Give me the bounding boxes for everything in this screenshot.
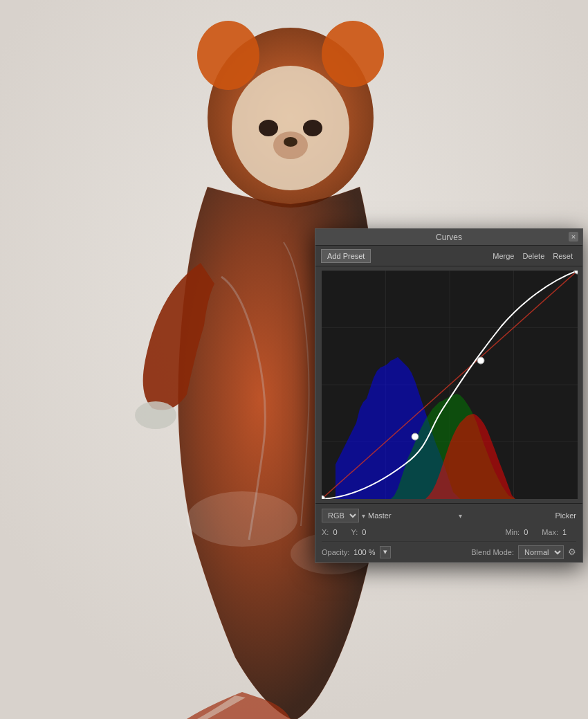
opacity-value: 100 % <box>353 548 375 556</box>
y-label: Y: <box>351 528 358 536</box>
svg-point-6 <box>284 137 297 147</box>
min-value: 0 <box>524 528 538 536</box>
opacity-blend-row: Opacity: 100 % ▾ Blend Mode: Normal ⚙ <box>322 541 576 559</box>
channel-dropdown-arrow: ▾ <box>459 512 462 520</box>
svg-point-7 <box>259 120 278 136</box>
svg-point-4 <box>322 21 384 87</box>
svg-point-11 <box>187 491 297 547</box>
curves-controls: RGB ▾ Master ▾ Picker X: 0 Y: 0 Min: 0 M… <box>315 503 582 562</box>
opacity-dropdown-button[interactable]: ▾ <box>380 546 391 558</box>
y-value: 0 <box>362 528 376 536</box>
svg-point-22 <box>477 357 484 364</box>
max-value: 1 <box>562 528 576 536</box>
reset-button[interactable]: Reset <box>549 251 577 262</box>
x-value: 0 <box>333 528 347 536</box>
blend-mode-label: Blend Mode: <box>471 548 514 556</box>
channel-label: Master <box>368 511 456 520</box>
coords-row: X: 0 Y: 0 Min: 0 Max: 1 <box>322 525 576 540</box>
channel-select-arrow: ▾ <box>362 512 365 520</box>
curves-dialog: Curves × Add Preset Merge Delete Reset <box>315 228 583 563</box>
picker-button[interactable]: Picker <box>555 511 576 520</box>
curves-graph[interactable] <box>322 271 578 499</box>
close-button[interactable]: × <box>569 232 578 242</box>
channel-mode-select[interactable]: RGB <box>322 509 359 522</box>
add-preset-button[interactable]: Add Preset <box>321 249 371 263</box>
x-label: X: <box>322 528 329 536</box>
gear-button[interactable]: ⚙ <box>568 547 576 557</box>
graph-grid <box>322 271 578 499</box>
merge-button[interactable]: Merge <box>488 251 518 262</box>
svg-point-9 <box>135 401 176 429</box>
delete-button[interactable]: Delete <box>518 251 549 262</box>
svg-point-2 <box>232 66 349 190</box>
dialog-titlebar: Curves × <box>315 229 582 246</box>
max-label: Max: <box>542 528 558 536</box>
svg-point-8 <box>303 120 322 136</box>
dialog-title: Curves <box>436 233 462 242</box>
svg-point-21 <box>412 433 419 440</box>
min-label: Min: <box>505 528 520 536</box>
svg-point-3 <box>197 21 259 90</box>
channel-row: RGB ▾ Master ▾ Picker <box>322 507 576 525</box>
opacity-label: Opacity: <box>322 548 349 556</box>
dialog-toolbar: Add Preset Merge Delete Reset <box>315 246 582 266</box>
blend-mode-select[interactable]: Normal <box>518 545 564 559</box>
